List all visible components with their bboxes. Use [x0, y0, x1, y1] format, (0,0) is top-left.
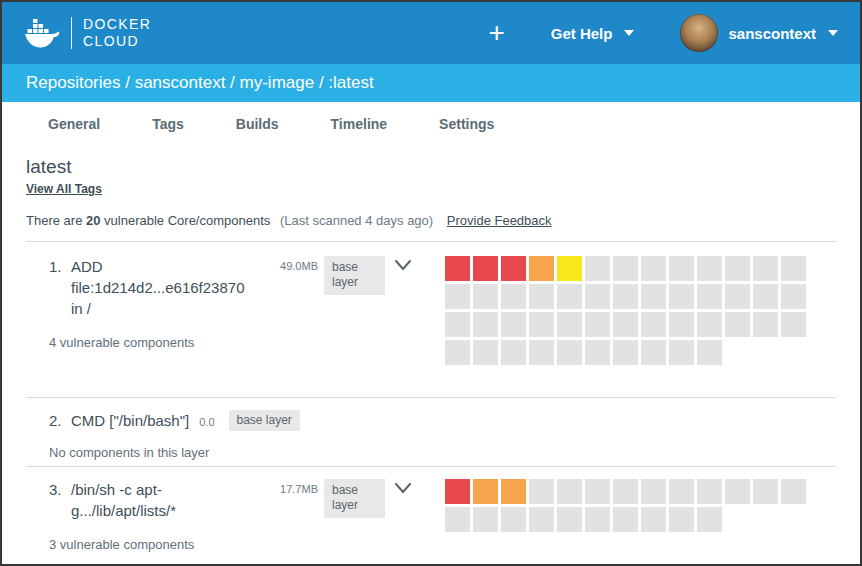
- component-cell-clean[interactable]: [641, 479, 666, 504]
- component-cell-clean[interactable]: [753, 284, 778, 309]
- component-cell-clean[interactable]: [529, 312, 554, 337]
- summary-prefix: There are: [26, 213, 82, 228]
- component-cell-clean[interactable]: [697, 312, 722, 337]
- component-cell-clean[interactable]: [501, 507, 526, 532]
- layer-command: ADD file:1d214d2...e616f23870 in /: [71, 256, 245, 319]
- get-help-menu[interactable]: Get Help: [551, 25, 635, 42]
- component-cell-clean[interactable]: [501, 312, 526, 337]
- component-cell-clean[interactable]: [473, 507, 498, 532]
- component-cell-clean[interactable]: [445, 507, 470, 532]
- docker-cloud-logo[interactable]: DOCKER CLOUD: [24, 16, 151, 50]
- component-cell-clean[interactable]: [613, 256, 638, 281]
- component-cell-clean[interactable]: [585, 312, 610, 337]
- component-cell-clean[interactable]: [585, 340, 610, 365]
- component-cell-clean[interactable]: [641, 507, 666, 532]
- component-cell-clean[interactable]: [725, 312, 750, 337]
- component-cell-minor[interactable]: [557, 256, 582, 281]
- component-cell-critical[interactable]: [445, 256, 470, 281]
- component-cell-clean[interactable]: [473, 284, 498, 309]
- base-layer-badge: base layer: [324, 479, 385, 518]
- top-navbar: DOCKER CLOUD + Get Help sanscontext: [2, 2, 860, 64]
- create-plus-button[interactable]: +: [488, 19, 504, 47]
- view-all-tags-link[interactable]: View All Tags: [26, 182, 102, 196]
- component-cell-critical[interactable]: [445, 479, 470, 504]
- brand-line2: CLOUD: [83, 33, 151, 50]
- component-cell-clean[interactable]: [529, 284, 554, 309]
- component-cell-major[interactable]: [529, 256, 554, 281]
- component-cell-clean[interactable]: [697, 256, 722, 281]
- component-cell-major[interactable]: [501, 479, 526, 504]
- component-cell-clean[interactable]: [669, 340, 694, 365]
- tab-settings[interactable]: Settings: [439, 116, 494, 132]
- layer-item-2: 2. CMD ["/bin/bash"] 0.0 base layer No c…: [26, 398, 836, 466]
- component-cell-clean[interactable]: [501, 284, 526, 309]
- component-cell-clean[interactable]: [753, 256, 778, 281]
- component-cell-clean[interactable]: [557, 479, 582, 504]
- breadcrumb[interactable]: Repositories / sanscontext / my-image / …: [2, 64, 860, 102]
- component-cell-clean[interactable]: [557, 284, 582, 309]
- component-cell-clean[interactable]: [781, 312, 806, 337]
- user-menu[interactable]: sanscontext: [680, 14, 838, 52]
- component-cell-clean[interactable]: [641, 284, 666, 309]
- component-cell-clean[interactable]: [529, 507, 554, 532]
- component-cell-clean[interactable]: [445, 340, 470, 365]
- component-cell-clean[interactable]: [557, 340, 582, 365]
- component-cell-clean[interactable]: [529, 340, 554, 365]
- component-cell-clean[interactable]: [725, 256, 750, 281]
- component-cell-clean[interactable]: [501, 340, 526, 365]
- component-cell-clean[interactable]: [697, 284, 722, 309]
- component-cell-clean[interactable]: [725, 284, 750, 309]
- avatar[interactable]: [680, 14, 718, 52]
- layer-item-1: 1. ADD file:1d214d2...e616f23870 in / 4 …: [26, 242, 836, 397]
- component-cell-clean[interactable]: [473, 340, 498, 365]
- tab-builds[interactable]: Builds: [236, 116, 279, 132]
- provide-feedback-link[interactable]: Provide Feedback: [447, 213, 552, 228]
- component-cell-clean[interactable]: [697, 507, 722, 532]
- expand-chevron-icon[interactable]: [395, 260, 411, 271]
- component-cell-clean[interactable]: [753, 479, 778, 504]
- component-cell-clean[interactable]: [445, 312, 470, 337]
- component-cell-clean[interactable]: [697, 340, 722, 365]
- component-cell-clean[interactable]: [781, 284, 806, 309]
- get-help-label: Get Help: [551, 25, 613, 42]
- component-cell-clean[interactable]: [697, 479, 722, 504]
- component-cell-clean[interactable]: [445, 284, 470, 309]
- component-cell-clean[interactable]: [585, 284, 610, 309]
- component-cell-clean[interactable]: [585, 507, 610, 532]
- component-cell-clean[interactable]: [585, 479, 610, 504]
- docker-whale-icon: [24, 18, 60, 48]
- component-cell-clean[interactable]: [557, 312, 582, 337]
- component-cell-clean[interactable]: [641, 340, 666, 365]
- tab-tags[interactable]: Tags: [152, 116, 184, 132]
- component-cell-clean[interactable]: [529, 479, 554, 504]
- component-cell-clean[interactable]: [613, 507, 638, 532]
- summary-count: 20: [86, 213, 100, 228]
- component-cell-clean[interactable]: [585, 256, 610, 281]
- component-cell-clean[interactable]: [613, 479, 638, 504]
- component-cell-clean[interactable]: [669, 256, 694, 281]
- tab-timeline[interactable]: Timeline: [331, 116, 388, 132]
- component-cell-critical[interactable]: [501, 256, 526, 281]
- component-cell-clean[interactable]: [613, 284, 638, 309]
- component-cell-clean[interactable]: [641, 312, 666, 337]
- expand-chevron-icon[interactable]: [395, 483, 411, 494]
- component-cell-clean[interactable]: [781, 479, 806, 504]
- component-cell-clean[interactable]: [669, 507, 694, 532]
- component-grid-row: [445, 284, 809, 312]
- component-cell-critical[interactable]: [473, 256, 498, 281]
- component-cell-clean[interactable]: [669, 284, 694, 309]
- component-cell-clean[interactable]: [669, 312, 694, 337]
- component-grid-row: [445, 479, 809, 507]
- component-cell-clean[interactable]: [557, 507, 582, 532]
- component-cell-clean[interactable]: [781, 256, 806, 281]
- component-cell-clean[interactable]: [669, 479, 694, 504]
- component-cell-clean[interactable]: [613, 340, 638, 365]
- component-cell-clean[interactable]: [613, 312, 638, 337]
- component-cell-clean[interactable]: [725, 479, 750, 504]
- component-cell-clean[interactable]: [473, 312, 498, 337]
- component-cell-clean[interactable]: [641, 256, 666, 281]
- component-cell-clean[interactable]: [753, 312, 778, 337]
- layer-size: 0.0: [199, 416, 214, 428]
- component-cell-major[interactable]: [473, 479, 498, 504]
- tab-general[interactable]: General: [48, 116, 100, 132]
